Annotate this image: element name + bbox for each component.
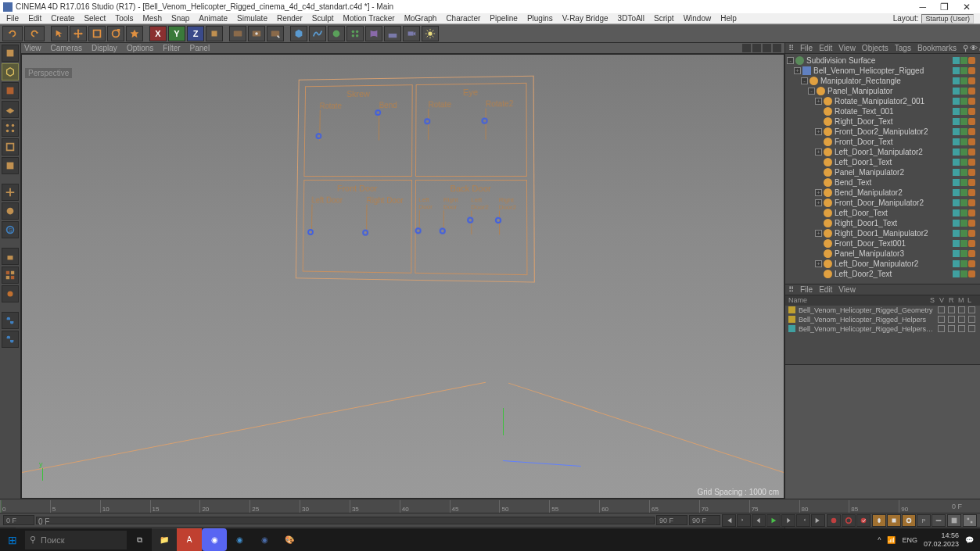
layer-color-swatch[interactable] bbox=[788, 316, 795, 323]
render-tag[interactable] bbox=[960, 148, 967, 156]
visibility-tag[interactable] bbox=[953, 98, 960, 105]
spline-tool[interactable] bbox=[309, 26, 326, 41]
vp-menu-options[interactable]: Options bbox=[127, 44, 153, 52]
vp-menu-display[interactable]: Display bbox=[92, 44, 117, 52]
render-tag[interactable] bbox=[960, 128, 967, 135]
manipulator-panel[interactable]: Skrew Rotate Bend Eye Rotate Rotate2 bbox=[296, 76, 535, 283]
menu-window[interactable]: Window bbox=[679, 14, 716, 23]
layer-tag[interactable] bbox=[968, 270, 975, 277]
axis-mode[interactable] bbox=[2, 184, 19, 201]
planar-workplane[interactable] bbox=[2, 267, 19, 284]
tree-row[interactable]: Right_Door1_Text bbox=[787, 218, 978, 228]
timeline-dope-button[interactable] bbox=[947, 514, 961, 527]
menu-mograph[interactable]: MoGraph bbox=[400, 14, 442, 23]
lm-menu-view[interactable]: View bbox=[838, 285, 856, 294]
tray-notifications-icon[interactable]: 💬 bbox=[965, 536, 974, 544]
layer-render-check[interactable] bbox=[958, 325, 965, 332]
close-button[interactable]: ✕ bbox=[963, 2, 971, 13]
layer-color-swatch[interactable] bbox=[788, 325, 795, 332]
last-tool[interactable] bbox=[126, 26, 143, 41]
layer-tag[interactable] bbox=[968, 240, 975, 247]
python-script[interactable] bbox=[2, 312, 19, 329]
visibility-tag[interactable] bbox=[953, 67, 960, 74]
tree-row[interactable]: Panel_Manipulator3 bbox=[787, 249, 978, 259]
transport-current-frame[interactable] bbox=[3, 515, 34, 525]
vp-menu-panel[interactable]: Panel bbox=[190, 44, 210, 52]
render-tag[interactable] bbox=[960, 159, 967, 166]
om-menu-file[interactable]: File bbox=[800, 44, 813, 52]
layer-tag[interactable] bbox=[968, 169, 975, 176]
tree-expand-icon[interactable]: - bbox=[787, 57, 794, 64]
tree-row[interactable]: Right_Door_Text bbox=[787, 116, 978, 127]
app-discord[interactable]: ◉ bbox=[202, 528, 227, 551]
coord-system[interactable] bbox=[206, 26, 223, 41]
layer-render-check[interactable] bbox=[958, 316, 965, 323]
layout-dropdown[interactable]: Startup (User) bbox=[921, 14, 974, 23]
tray-language[interactable]: ENG bbox=[902, 536, 917, 544]
taskbar-search[interactable]: ⚲ Поиск bbox=[25, 531, 127, 549]
visibility-tag[interactable] bbox=[953, 209, 960, 216]
key-pla-button[interactable] bbox=[932, 514, 946, 527]
viewport-3d[interactable]: Perspective Skrew Rotate Bend Eye Rota bbox=[21, 54, 784, 499]
visibility-tag[interactable] bbox=[953, 230, 960, 237]
layer-manager-check[interactable] bbox=[968, 325, 975, 332]
layer-color-swatch[interactable] bbox=[788, 306, 795, 313]
visibility-tag[interactable] bbox=[953, 169, 960, 176]
vp-menu-cameras[interactable]: Cameras bbox=[51, 44, 83, 52]
python-script-2[interactable] bbox=[2, 331, 19, 348]
visibility-tag[interactable] bbox=[953, 108, 960, 115]
taskview-button[interactable]: ⧉ bbox=[127, 528, 152, 551]
render-tag[interactable] bbox=[960, 179, 967, 186]
render-tag[interactable] bbox=[960, 189, 967, 196]
visibility-tag[interactable] bbox=[953, 148, 960, 156]
om-menu-edit[interactable]: Edit bbox=[819, 44, 832, 52]
visibility-tag[interactable] bbox=[953, 128, 960, 135]
layer-tag[interactable] bbox=[968, 230, 975, 237]
visibility-tag[interactable] bbox=[953, 88, 960, 95]
point-mode[interactable] bbox=[2, 120, 19, 137]
menu-mesh[interactable]: Mesh bbox=[138, 14, 167, 23]
layer-tag[interactable] bbox=[968, 260, 975, 267]
tree-expand-icon[interactable]: + bbox=[794, 67, 801, 74]
tray-chevron-icon[interactable]: ^ bbox=[878, 536, 881, 544]
visibility-tag[interactable] bbox=[953, 250, 960, 257]
tree-row[interactable]: +Front_Door2_Manipulator2 bbox=[787, 127, 978, 137]
tree-row[interactable]: -Panel_Manipulator bbox=[787, 86, 978, 96]
render-tag[interactable] bbox=[960, 88, 967, 95]
render-picture-viewer[interactable] bbox=[248, 26, 265, 41]
layer-manager-check[interactable] bbox=[968, 316, 975, 323]
visibility-tag[interactable] bbox=[953, 240, 960, 247]
tree-row[interactable]: Bend_Text bbox=[787, 177, 978, 188]
autokey-button[interactable] bbox=[842, 514, 856, 527]
render-tag[interactable] bbox=[960, 77, 967, 84]
tree-expand-icon[interactable]: + bbox=[815, 98, 822, 105]
generators[interactable] bbox=[328, 26, 345, 41]
visibility-tag[interactable] bbox=[953, 159, 960, 166]
snap-toggle[interactable]: S bbox=[2, 221, 19, 238]
goto-prev-key-button[interactable] bbox=[737, 514, 751, 527]
render-tag[interactable] bbox=[960, 220, 967, 227]
tree-expand-icon[interactable]: + bbox=[815, 148, 822, 156]
menu-sculpt[interactable]: Sculpt bbox=[307, 14, 339, 23]
menu-plugins[interactable]: Plugins bbox=[522, 14, 558, 23]
render-tag[interactable] bbox=[960, 230, 967, 237]
make-editable[interactable] bbox=[2, 45, 19, 62]
layer-tag[interactable] bbox=[968, 179, 975, 186]
tree-row[interactable]: Front_Door_Text001 bbox=[787, 238, 978, 249]
tree-expand-icon[interactable]: - bbox=[801, 77, 808, 84]
render-tag[interactable] bbox=[960, 169, 967, 176]
menu-character[interactable]: Character bbox=[441, 14, 485, 23]
menu-vraybridge[interactable]: V-Ray Bridge bbox=[558, 14, 613, 23]
menu-simulate[interactable]: Simulate bbox=[232, 14, 272, 23]
app-access[interactable]: A bbox=[177, 528, 202, 551]
render-view[interactable] bbox=[229, 26, 246, 41]
grip-icon[interactable]: ⠿ bbox=[788, 285, 794, 294]
minimize-button[interactable]: ─ bbox=[919, 2, 926, 13]
key-param-button[interactable]: P bbox=[917, 514, 931, 527]
menu-select[interactable]: Select bbox=[79, 14, 110, 23]
scale-tool[interactable] bbox=[88, 26, 106, 41]
visibility-tag[interactable] bbox=[953, 260, 960, 267]
select-tool[interactable] bbox=[51, 26, 68, 41]
tree-row[interactable]: Panel_Manipulator2 bbox=[787, 167, 978, 177]
transport-range-end[interactable] bbox=[656, 515, 687, 525]
